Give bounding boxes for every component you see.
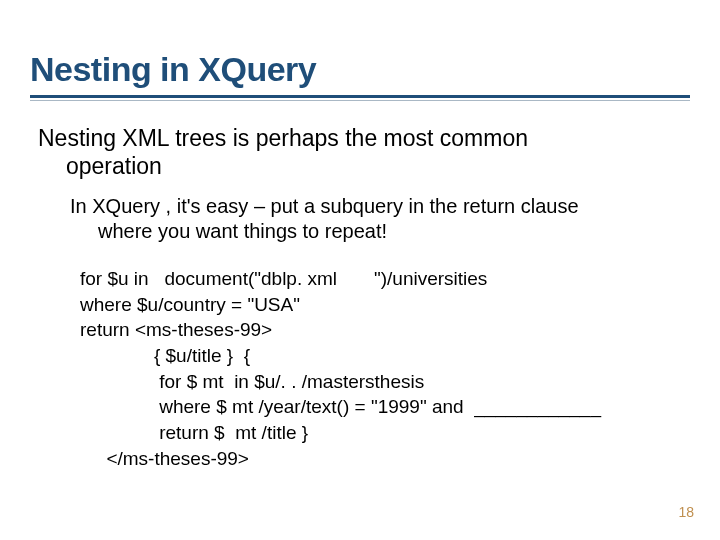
code-line-6: where $ mt /year/text() = "1999" and ___… (80, 394, 690, 420)
body-line-2: operation (38, 153, 690, 181)
code-line-1: for $u in document("dblp. xml ")/univers… (80, 266, 690, 292)
title-rule (30, 95, 690, 101)
rule-dark (30, 95, 690, 98)
rule-light (30, 100, 690, 101)
sub-line-2: where you want things to repeat! (70, 219, 690, 244)
code-block: for $u in document("dblp. xml ")/univers… (80, 266, 690, 471)
sub-paragraph: In XQuery , it's easy – put a subquery i… (70, 194, 690, 244)
body-paragraph: Nesting XML trees is perhaps the most co… (38, 125, 690, 180)
code-line-4: { $u/title } { (80, 343, 690, 369)
code-line-3: return <ms-theses-99> (80, 317, 690, 343)
slide-title: Nesting in XQuery (30, 50, 690, 89)
body-line-1: Nesting XML trees is perhaps the most co… (38, 125, 528, 151)
code-line-2: where $u/country = "USA" (80, 292, 690, 318)
code-line-8: </ms-theses-99> (80, 446, 690, 472)
sub-line-1: In XQuery , it's easy – put a subquery i… (70, 195, 579, 217)
page-number: 18 (678, 504, 694, 520)
code-line-7: return $ mt /title } (80, 420, 690, 446)
code-line-5: for $ mt in $u/. . /mastersthesis (80, 369, 690, 395)
slide: Nesting in XQuery Nesting XML trees is p… (0, 0, 720, 540)
